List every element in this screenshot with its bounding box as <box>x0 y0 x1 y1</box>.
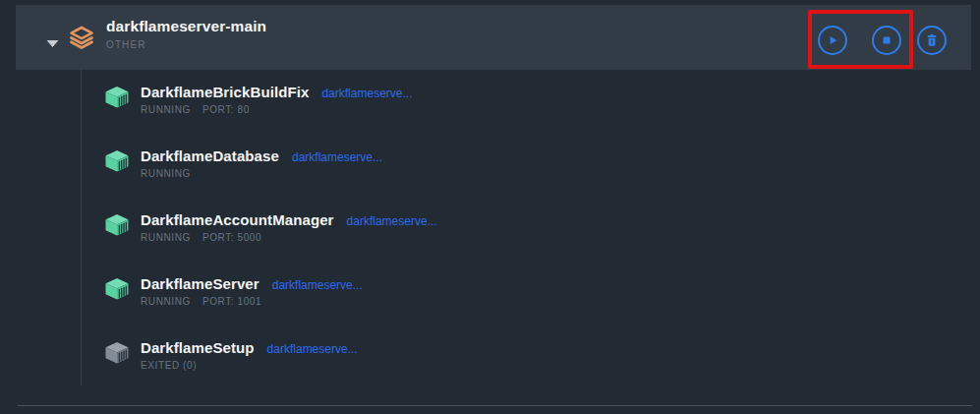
stack-title: darkflameserver-main <box>106 18 266 35</box>
port-label: PORT: 1001 <box>202 296 261 307</box>
bottom-divider <box>18 405 972 406</box>
container-status-line: RUNNING <box>141 168 382 179</box>
container-status-line: EXITED (0) <box>141 360 358 371</box>
container-box-icon <box>105 214 129 236</box>
stop-icon <box>881 34 893 46</box>
stack-subtitle: OTHER <box>106 39 266 50</box>
status-badge: RUNNING <box>141 296 191 307</box>
container-row[interactable]: DarkflameSetup darkflameserve... EXITED … <box>0 325 980 389</box>
container-row-text: DarkflameAccountManager darkflameserve..… <box>141 211 437 243</box>
container-name: DarkflameSetup <box>141 339 255 356</box>
play-icon <box>827 34 838 46</box>
status-badge: RUNNING <box>141 232 191 243</box>
container-box-icon <box>105 278 129 300</box>
container-row[interactable]: DarkflameServer darkflameserve... RUNNIN… <box>0 262 980 325</box>
container-list: DarkflameBrickBuildFix darkflameserve...… <box>0 70 980 389</box>
container-row[interactable]: DarkflameAccountManager darkflameserve..… <box>0 198 980 262</box>
status-badge: EXITED (0) <box>141 360 197 371</box>
container-status-line: RUNNINGPORT: 5000 <box>141 232 437 243</box>
port-label: PORT: 80 <box>202 104 250 115</box>
container-row[interactable]: DarkflameDatabase darkflameserve... RUNN… <box>0 134 980 198</box>
container-image-link[interactable]: darkflameserve... <box>267 342 358 356</box>
layers-stack-icon <box>69 26 94 49</box>
stop-button[interactable] <box>872 26 901 55</box>
start-button[interactable] <box>818 26 847 55</box>
container-name: DarkflameDatabase <box>141 148 279 164</box>
trash-icon <box>925 33 939 47</box>
status-badge: RUNNING <box>141 168 191 179</box>
container-row-text: DarkflameServer darkflameserve... RUNNIN… <box>141 275 363 307</box>
container-row-text: DarkflameDatabase darkflameserve... RUNN… <box>141 148 382 179</box>
container-box-icon <box>105 87 129 108</box>
container-row[interactable]: DarkflameBrickBuildFix darkflameserve...… <box>0 70 980 134</box>
container-status-line: RUNNINGPORT: 80 <box>141 104 412 115</box>
container-stack-panel: darkflameserver-main OTHER <box>0 0 980 414</box>
container-name: DarkflameBrickBuildFix <box>141 84 309 100</box>
delete-button[interactable] <box>917 26 947 55</box>
container-box-icon <box>105 342 129 364</box>
container-image-link[interactable]: darkflameserve... <box>347 214 437 228</box>
container-row-text: DarkflameBrickBuildFix darkflameserve...… <box>141 84 412 115</box>
container-row-text: DarkflameSetup darkflameserve... EXITED … <box>141 339 358 371</box>
container-image-link[interactable]: darkflameserve... <box>272 278 363 292</box>
port-label: PORT: 5000 <box>202 232 261 243</box>
stack-header-text: darkflameserver-main OTHER <box>106 18 266 50</box>
chevron-down-icon <box>46 39 59 48</box>
container-image-link[interactable]: darkflameserve... <box>321 87 412 100</box>
container-name: DarkflameAccountManager <box>141 211 334 228</box>
status-badge: RUNNING <box>141 104 191 115</box>
container-image-link[interactable]: darkflameserve... <box>292 150 382 164</box>
container-status-line: RUNNINGPORT: 1001 <box>141 296 363 307</box>
container-name: DarkflameServer <box>141 275 259 292</box>
container-box-icon <box>105 150 129 172</box>
stack-header: darkflameserver-main OTHER <box>16 5 971 70</box>
expand-collapse-button[interactable] <box>39 33 65 53</box>
